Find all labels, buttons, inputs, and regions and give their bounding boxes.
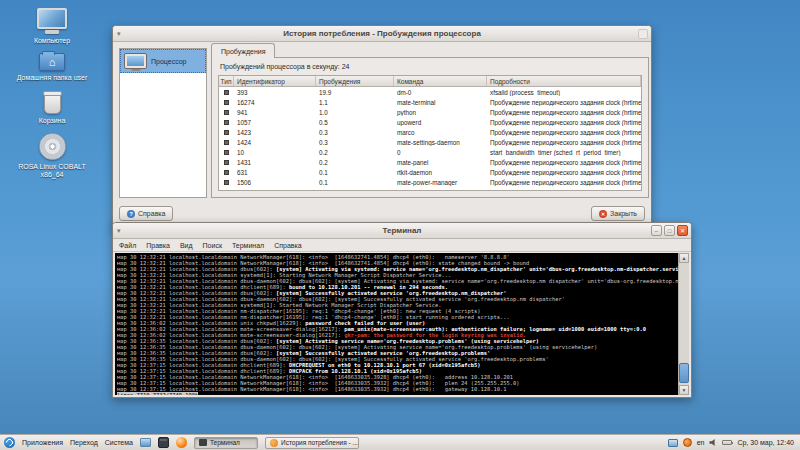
process-icon — [224, 130, 229, 135]
desktop-icon-trash[interactable]: Корзина — [6, 90, 98, 125]
type-cell — [219, 170, 234, 175]
process-icon — [224, 180, 229, 185]
column-header-type[interactable]: Тип — [219, 76, 234, 86]
process-icon — [224, 170, 229, 175]
table-row[interactable]: 14230.3marcoПробуждение периодического з… — [219, 127, 641, 137]
table-row[interactable]: 14240.3mate-settings-daemonПробуждение п… — [219, 137, 641, 147]
desktop-icons: Компьютер⌂Домашняя папка userКорзинаROSA… — [6, 8, 98, 187]
terminal-menu-terminal[interactable]: Терминал — [232, 242, 264, 249]
tab-wakeups[interactable]: Пробуждения — [211, 43, 275, 58]
sidebar-item-processor[interactable]: Процессор — [120, 49, 206, 73]
terminal-scrollbar[interactable]: ▲ ▼ — [678, 253, 689, 395]
terminal-menu-help[interactable]: Справка — [274, 242, 301, 249]
cd-disc-icon — [39, 133, 66, 160]
scroll-up-arrow-icon[interactable]: ▲ — [679, 253, 689, 263]
help-button-label: Справка — [138, 210, 165, 217]
display-tray-icon[interactable] — [668, 439, 678, 447]
table-row[interactable]: 39319.9dm-0xfsaild (process_timeout) — [219, 87, 641, 97]
command-cell: mate-settings-daemon — [394, 139, 487, 146]
window-menu-icon[interactable]: ▾ — [117, 227, 121, 235]
clock[interactable]: Ср, 30 мар, 12:40 — [737, 439, 794, 446]
wakeups-cell: 0.2 — [316, 159, 394, 166]
details-cell: Пробуждение периодического задания clock… — [487, 99, 641, 106]
process-icon — [224, 160, 229, 165]
taskbar-window-button-terminal[interactable]: Терминал — [194, 437, 258, 449]
desktop-icon-home-folder[interactable]: ⌂Домашняя папка user — [6, 53, 98, 82]
process-icon — [224, 150, 229, 155]
details-cell: Пробуждение периодического задания clock… — [487, 159, 641, 166]
table-row[interactable]: 9411.0pythonПробуждение периодического з… — [219, 107, 641, 117]
command-cell: 0 — [394, 149, 487, 156]
terminal-launcher-icon[interactable] — [158, 437, 169, 448]
scroll-down-arrow-icon[interactable]: ▼ — [679, 385, 689, 395]
column-header-wakeups[interactable]: Пробуждения — [316, 76, 394, 86]
home-folder-icon: ⌂ — [39, 53, 65, 71]
desktop-icon-label: Домашняя папка user — [17, 74, 88, 82]
menu-system[interactable]: Система — [105, 439, 133, 446]
table-row[interactable]: 6310.1rtkit-daemonПробуждение периодичес… — [219, 167, 641, 177]
type-cell — [219, 100, 234, 105]
keyboard-layout-indicator[interactable]: en — [697, 439, 705, 446]
scrollbar-thumb[interactable] — [679, 363, 689, 383]
wakeups-cell: 0.5 — [316, 119, 394, 126]
window-menu-icon[interactable]: ▾ — [117, 30, 121, 38]
command-cell: rtkit-daemon — [394, 169, 487, 176]
power-history-task-icon — [270, 439, 278, 447]
terminal-menu-edit[interactable]: Правка — [146, 242, 170, 249]
table-row[interactable]: 15060.1mate-power-managerПробуждение пер… — [219, 177, 641, 187]
taskbar-window-button-power-history[interactable]: История потребления - ... — [265, 437, 359, 449]
power-manager-tray-icon[interactable] — [683, 438, 692, 447]
process-icon — [224, 120, 229, 125]
wakeups-cell: 0.1 — [316, 169, 394, 176]
firefox-launcher-icon[interactable] — [176, 437, 187, 448]
column-header-command[interactable]: Команда — [394, 76, 487, 86]
power-history-window: ▾ История потребления - Пробуждения проц… — [112, 25, 652, 229]
computer-icon — [37, 8, 67, 29]
maximize-button[interactable]: □ — [664, 225, 675, 236]
power-window-titlebar[interactable]: ▾ История потребления - Пробуждения проц… — [113, 26, 651, 42]
type-cell — [219, 160, 234, 165]
wakeups-cell: 1.1 — [316, 99, 394, 106]
id-cell: 16274 — [234, 99, 316, 106]
battery-icon[interactable] — [722, 440, 732, 445]
terminal-menu-file[interactable]: Файл — [119, 242, 136, 249]
type-cell — [219, 130, 234, 135]
close-window-button[interactable]: ✕ Закрыть — [591, 206, 645, 221]
table-row[interactable]: 14310.2mate-panelПробуждение периодическ… — [219, 157, 641, 167]
table-row[interactable]: 100.20start_bandwidth_timer (sched_rt_pe… — [219, 147, 641, 157]
column-header-id[interactable]: Идентификатор — [234, 76, 316, 86]
id-cell: 1424 — [234, 139, 316, 146]
wakeups-summary: Пробуждений процессора в секунду: 24 — [220, 63, 648, 70]
help-button[interactable]: ? Справка — [119, 206, 173, 221]
menu-applications[interactable]: Приложения — [22, 439, 63, 446]
column-header-details[interactable]: Подробности — [487, 76, 641, 86]
wakeups-cell: 0.3 — [316, 129, 394, 136]
type-cell — [219, 110, 234, 115]
terminal-titlebar[interactable]: ▾ Терминал – □ ✕ — [113, 223, 691, 239]
command-cell: dm-0 — [394, 89, 487, 96]
menu-places[interactable]: Переход — [70, 439, 98, 446]
terminal-window: ▾ Терминал – □ ✕ ФайлПравкаВидПоискТерми… — [112, 222, 692, 398]
table-header: Тип Идентификатор Пробуждения Команда По… — [219, 76, 641, 87]
volume-icon[interactable] — [709, 439, 717, 447]
file-manager-launcher-icon[interactable] — [140, 438, 151, 447]
process-icon — [224, 110, 229, 115]
close-button[interactable] — [638, 29, 648, 39]
details-cell: Пробуждение периодического задания clock… — [487, 179, 641, 186]
desktop-icon-computer[interactable]: Компьютер — [6, 8, 98, 45]
desktop-icon-cd-disc[interactable]: ROSA Linux COBALT x86_64 — [6, 133, 98, 179]
type-cell — [219, 120, 234, 125]
minimize-button[interactable]: – — [651, 225, 662, 236]
table-row[interactable]: 10570.5upowerdПробуждение периодического… — [219, 117, 641, 127]
type-cell — [219, 140, 234, 145]
rosa-menu-icon[interactable] — [4, 437, 15, 448]
close-button[interactable]: ✕ — [677, 225, 688, 236]
terminal-menu-search[interactable]: Поиск — [203, 242, 222, 249]
table-row[interactable]: 162741.1mate-terminalПробуждение периоди… — [219, 97, 641, 107]
wakeups-cell: 0.3 — [316, 139, 394, 146]
terminal-menu-view[interactable]: Вид — [180, 242, 193, 249]
close-icon: ✕ — [599, 210, 607, 218]
details-cell: Пробуждение периодического задания clock… — [487, 129, 641, 136]
id-cell: 631 — [234, 169, 316, 176]
terminal-screen[interactable]: мар 30 12:32:21 localhost.localdomain Ne… — [115, 253, 678, 395]
